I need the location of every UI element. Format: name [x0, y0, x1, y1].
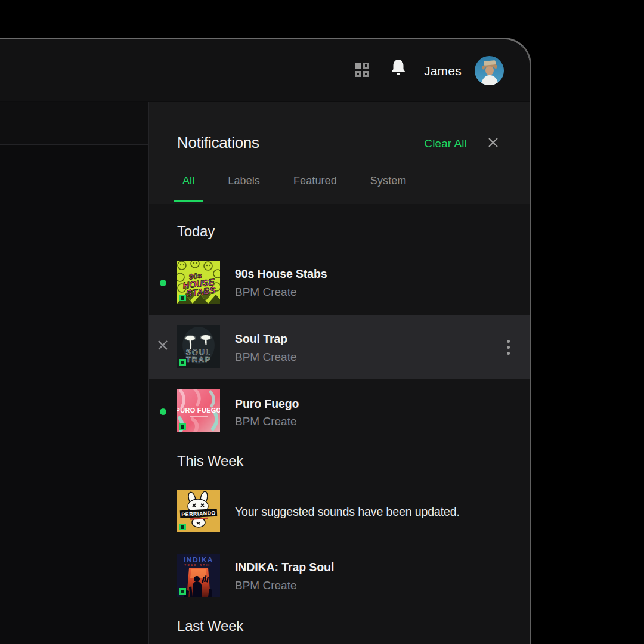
- dismiss-notification-icon[interactable]: [156, 338, 170, 352]
- apps-grid-square: [363, 63, 369, 69]
- bpm-badge: [179, 359, 186, 366]
- bpm-badge: [179, 423, 186, 430]
- apps-grid-icon[interactable]: [355, 63, 369, 77]
- left-pane-lower: [0, 145, 148, 644]
- notifications-header: Notifications Clear All All Labels Featu…: [149, 102, 530, 204]
- top-bar: James: [0, 39, 530, 101]
- notification-row[interactable]: PERRIANDO Your suggested sounds have bee…: [149, 479, 530, 543]
- section-header-this-week: This Week: [177, 453, 243, 469]
- row-options-kebab-icon[interactable]: [507, 340, 510, 355]
- notification-row[interactable]: INDIKA TRAP SOUL INDIKA: Trap Soul BPM C…: [149, 543, 530, 608]
- bpm-badge: [179, 588, 186, 595]
- svg-text:TRAP SOUL: TRAP SOUL: [184, 564, 213, 567]
- tab-labels[interactable]: Labels: [219, 175, 268, 202]
- notifications-bell-icon[interactable]: [388, 57, 409, 79]
- tab-system[interactable]: System: [362, 175, 415, 202]
- unread-dot: [160, 408, 166, 415]
- album-art-indika: INDIKA TRAP SOUL: [177, 554, 220, 597]
- notification-row[interactable]: 90s HOUSE STABS 90s House Stabs BPM Crea…: [149, 250, 530, 315]
- notification-subtitle: BPM Create: [235, 415, 296, 428]
- apps-grid-square: [355, 63, 361, 69]
- bpm-badge: [179, 295, 186, 301]
- album-art-puro-fuego: PURO FUEGO: [177, 389, 220, 432]
- notification-title: INDIKA: Trap Soul: [235, 561, 334, 574]
- close-panel-icon[interactable]: [487, 136, 500, 149]
- clear-all-button[interactable]: Clear All: [424, 137, 467, 150]
- album-art-90s-house-stabs: 90s HOUSE STABS: [177, 261, 220, 304]
- album-art-soul-trap: SOUL TRAP: [177, 325, 220, 368]
- notification-row[interactable]: SOUL TRAP Soul Trap BPM Create: [149, 315, 530, 379]
- notification-title: 90s House Stabs: [235, 267, 327, 281]
- avatar[interactable]: [475, 56, 504, 85]
- tab-all[interactable]: All: [174, 175, 203, 202]
- bpm-badge: [179, 524, 186, 530]
- svg-text:TRAP: TRAP: [186, 355, 211, 364]
- notification-title: Puro Fuego: [235, 397, 299, 411]
- user-name[interactable]: James: [424, 63, 462, 79]
- panel-title: Notifications: [177, 134, 259, 152]
- section-header-today: Today: [177, 223, 215, 240]
- app-window: James Notifications Clear All: [0, 38, 531, 644]
- notification-subtitle: BPM Create: [235, 286, 296, 299]
- svg-text:INDIKA: INDIKA: [184, 556, 213, 564]
- svg-text:PURO FUEGO: PURO FUEGO: [177, 407, 220, 414]
- tab-featured[interactable]: Featured: [285, 175, 345, 202]
- notification-subtitle: BPM Create: [235, 579, 296, 592]
- section-header-last-week: Last Week: [177, 618, 243, 634]
- notification-message: Your suggested sounds have been updated.: [235, 505, 460, 519]
- notification-tabs: All Labels Featured System: [174, 175, 431, 202]
- notifications-panel: Notifications Clear All All Labels Featu…: [149, 102, 530, 644]
- apps-grid-square: [355, 71, 361, 77]
- notification-row[interactable]: PURO FUEGO Puro Fuego BPM Create: [149, 379, 530, 444]
- album-art-perriando: PERRIANDO: [177, 490, 220, 532]
- notification-title: Soul Trap: [235, 332, 287, 346]
- notification-subtitle: BPM Create: [235, 351, 296, 364]
- main-content-area: [0, 102, 149, 644]
- unread-dot: [160, 280, 166, 286]
- apps-grid-square: [363, 71, 369, 77]
